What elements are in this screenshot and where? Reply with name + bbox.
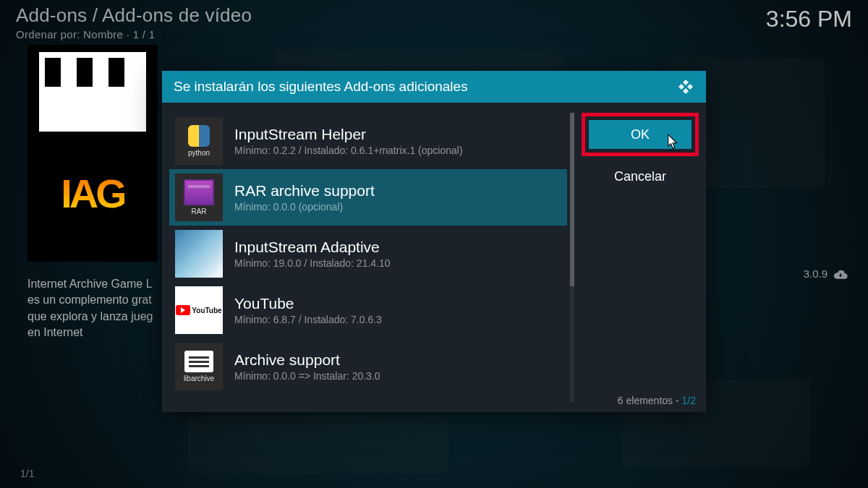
addon-item-inputstream-adaptive[interactable]: InputStream Adaptive Mínimo: 19.0.0 / In… (169, 226, 567, 282)
addon-list[interactable]: python InputStream Helper Mínimo: 0.2.2 … (162, 103, 574, 412)
addon-item-archive-support[interactable]: libarchive Archive support Mínimo: 0.0.0… (169, 338, 567, 395)
youtube-icon: YouTube (176, 305, 221, 315)
rar-icon (184, 179, 214, 205)
breadcrumb: Add-ons / Add-ons de vídeo (16, 4, 252, 27)
addon-icon-caption: RAR (191, 207, 206, 215)
addon-item-name: YouTube (234, 295, 382, 312)
dialog-title: Se instalarán los siguientes Add-ons adi… (174, 79, 468, 95)
dialog-button-panel: OK Cancelar (574, 103, 706, 412)
install-dependencies-dialog: Se instalarán los siguientes Add-ons adi… (162, 71, 706, 412)
clock: 3:56 PM (766, 6, 852, 33)
cancel-button[interactable]: Cancelar (582, 162, 699, 191)
addon-icon: libarchive (175, 343, 223, 390)
addon-icon: YouTube (175, 286, 223, 334)
sort-line: Ordenar por: Nombre · 1 / 1 (16, 28, 252, 40)
python-icon (188, 125, 210, 147)
addon-icon (175, 230, 223, 278)
version-text: 3.0.9 (804, 267, 827, 280)
addon-item-name: InputStream Helper (234, 126, 463, 143)
addon-item-name: Archive support (234, 351, 380, 369)
addon-icon-caption: python (188, 149, 210, 157)
addon-item-name: RAR archive support (234, 182, 375, 200)
kodi-logo-icon (677, 78, 694, 95)
addon-item-name: InputStream Adaptive (234, 239, 391, 256)
addon-item-inputstream-helper[interactable]: python InputStream Helper Mínimo: 0.2.2 … (169, 113, 567, 169)
dialog-header: Se instalarán los siguientes Add-ons adi… (162, 71, 706, 103)
footer-page-count: 1/2 (682, 395, 696, 406)
addon-item-subtitle: Mínimo: 6.8.7 / Instalado: 7.0.6.3 (234, 314, 382, 325)
version-indicator: 3.0.9 (804, 267, 848, 280)
addon-icon: RAR (175, 174, 223, 221)
addon-item-youtube[interactable]: YouTube YouTube Mínimo: 6.8.7 / Instalad… (169, 282, 567, 338)
addon-icon-caption: libarchive (184, 374, 214, 382)
cancel-button-label: Cancelar (614, 169, 666, 184)
ok-button-label: OK (631, 127, 650, 142)
ok-button[interactable]: OK (589, 120, 692, 149)
download-cloud-icon (833, 269, 848, 279)
page-counter: 1/1 (20, 468, 34, 479)
addon-item-subtitle: Mínimo: 0.0.0 => Instalar: 20.3.0 (234, 370, 380, 382)
addon-item-subtitle: Mínimo: 0.2.2 / Instalado: 0.6.1+matrix.… (234, 145, 463, 156)
addon-icon: python (175, 117, 223, 165)
ok-button-highlight: OK (582, 113, 699, 156)
list-scrollbar[interactable] (570, 113, 574, 402)
cursor-icon (667, 133, 680, 150)
addon-item-subtitle: Mínimo: 0.0.0 (opcional) (234, 201, 375, 213)
addon-preview-thumbnail: IAG (27, 45, 158, 262)
footer-elements-label: 6 elementos - (618, 395, 682, 406)
scrollbar-thumb[interactable] (570, 113, 574, 286)
dialog-footer: 6 elementos - 1/2 (618, 395, 696, 406)
libarchive-icon (184, 351, 213, 372)
addon-item-subtitle: Mínimo: 19.0.0 / Instalado: 21.4.10 (234, 257, 391, 269)
addon-item-rar-archive-support[interactable]: RAR RAR archive support Mínimo: 0.0.0 (o… (169, 169, 567, 226)
